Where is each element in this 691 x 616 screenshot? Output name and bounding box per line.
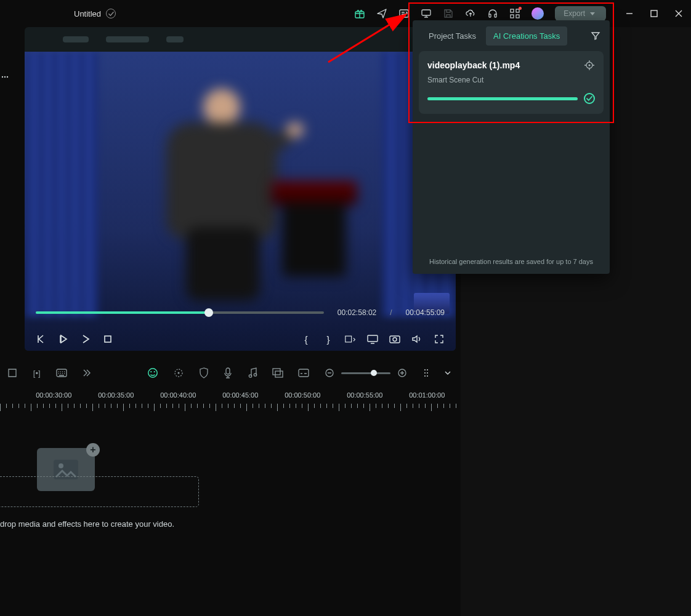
- tab-project-tasks[interactable]: Project Tasks: [421, 26, 483, 46]
- ruler-label: 00:00:45:00: [222, 391, 258, 399]
- svg-rect-7: [511, 15, 514, 18]
- drop-target[interactable]: [0, 476, 199, 507]
- ai-face-icon[interactable]: [147, 367, 158, 378]
- keyboard-icon[interactable]: [56, 367, 67, 378]
- stop-button[interactable]: [102, 334, 113, 345]
- prev-frame-button[interactable]: [36, 334, 47, 345]
- brackets-icon[interactable]: [•]: [32, 367, 41, 378]
- svg-rect-19: [390, 336, 400, 343]
- minimize-button[interactable]: [617, 0, 642, 27]
- task-card[interactable]: videoplayback (1).mp4 Smart Scene Cut: [419, 51, 604, 114]
- gift-icon[interactable]: [354, 8, 365, 19]
- ruler-label: 00:00:55:00: [347, 391, 382, 399]
- svg-point-38: [427, 372, 428, 374]
- monitor-icon[interactable]: [421, 8, 432, 19]
- svg-rect-17: [346, 336, 352, 342]
- chevrons-right-icon[interactable]: [82, 367, 92, 378]
- task-filename: videoplayback (1).mp4: [427, 60, 584, 70]
- task-complete-check-icon: [584, 93, 595, 104]
- svg-point-13: [2, 76, 3, 78]
- next-frame-button[interactable]: [80, 334, 91, 345]
- svg-rect-5: [511, 9, 514, 12]
- fullscreen-icon[interactable]: [434, 334, 445, 345]
- svg-point-15: [7, 76, 8, 78]
- svg-point-14: [4, 76, 6, 78]
- svg-rect-32: [299, 369, 309, 377]
- cloud-upload-icon[interactable]: [465, 8, 476, 19]
- overlay-icon[interactable]: [272, 367, 283, 378]
- project-title: Untitled: [74, 9, 101, 18]
- expand-collapse-icon[interactable]: [7, 367, 17, 378]
- tab-ai-creations-tasks[interactable]: AI Creations Tasks: [486, 26, 567, 46]
- export-button[interactable]: Export: [555, 6, 606, 21]
- headphones-icon[interactable]: [487, 8, 498, 19]
- preview-tab[interactable]: [166, 36, 184, 42]
- svg-rect-2: [422, 10, 430, 15]
- timeline-ruler[interactable]: 00:00:30:00 00:00:35:00 00:00:40:00 00:0…: [0, 389, 461, 414]
- seek-track[interactable]: [36, 311, 324, 314]
- zoom-out-icon[interactable]: [324, 367, 335, 378]
- svg-point-37: [424, 372, 426, 374]
- preview-tab-bar: [25, 27, 456, 52]
- task-progress-bar: [427, 97, 578, 100]
- ruler-label: 00:00:40:00: [160, 391, 196, 399]
- volume-icon[interactable]: [411, 334, 422, 345]
- svg-rect-30: [273, 369, 280, 375]
- target-icon[interactable]: [173, 367, 184, 378]
- maximize-button[interactable]: [642, 0, 666, 27]
- seek-knob[interactable]: [204, 308, 213, 317]
- mark-in-icon[interactable]: {: [301, 334, 312, 345]
- user-avatar[interactable]: [531, 7, 544, 20]
- fit-dropdown-icon[interactable]: [345, 334, 356, 345]
- music-note-icon[interactable]: [248, 367, 257, 378]
- locate-icon[interactable]: [584, 60, 595, 71]
- svg-rect-18: [368, 335, 378, 342]
- popup-footer: Historical generation results are saved …: [413, 252, 610, 274]
- video-preview[interactable]: 00:02:58:02 / 00:04:55:09 { }: [25, 52, 456, 351]
- task-subtitle: Smart Scene Cut: [427, 76, 595, 84]
- export-label: Export: [564, 9, 585, 18]
- tasks-popup: Project Tasks AI Creations Tasks videopl…: [413, 20, 610, 274]
- tasks-panel-icon[interactable]: [398, 8, 410, 19]
- save-icon[interactable]: [443, 8, 454, 19]
- apps-grid-icon[interactable]: [509, 8, 520, 19]
- preview-tab[interactable]: [63, 36, 89, 42]
- svg-rect-16: [105, 336, 111, 342]
- svg-point-39: [424, 375, 426, 377]
- ruler-label: 00:01:00:00: [409, 391, 445, 399]
- play-button[interactable]: [58, 334, 69, 345]
- svg-point-40: [427, 375, 428, 377]
- screenshot-icon[interactable]: [389, 334, 400, 345]
- ruler-label: 00:00:35:00: [98, 391, 134, 399]
- time-separator: /: [390, 308, 392, 317]
- display-icon[interactable]: [367, 334, 378, 345]
- sidebar-toggle-icon[interactable]: [0, 69, 10, 85]
- svg-rect-6: [516, 9, 519, 12]
- svg-point-42: [59, 463, 63, 468]
- svg-point-36: [427, 369, 428, 370]
- svg-rect-4: [495, 14, 496, 17]
- ruler-label: 00:00:50:00: [285, 391, 320, 399]
- tracks-layout-icon[interactable]: [422, 367, 434, 378]
- zoom-in-icon[interactable]: [397, 367, 408, 378]
- add-media-plus-icon[interactable]: +: [86, 443, 100, 457]
- caption-icon[interactable]: [298, 367, 309, 378]
- chevron-down-icon[interactable]: [442, 367, 453, 378]
- send-icon[interactable]: [376, 8, 387, 19]
- mark-out-icon[interactable]: }: [323, 334, 334, 345]
- ruler-label: 00:00:30:00: [36, 391, 71, 399]
- svg-point-20: [393, 338, 397, 342]
- shield-icon[interactable]: [199, 367, 209, 378]
- chevron-down-icon: [590, 12, 595, 15]
- time-current: 00:02:58:02: [337, 308, 376, 317]
- zoom-slider[interactable]: [341, 372, 390, 374]
- svg-rect-3: [489, 14, 491, 17]
- microphone-icon[interactable]: [224, 367, 233, 378]
- svg-point-35: [424, 369, 426, 370]
- svg-rect-9: [651, 10, 657, 17]
- preview-tab[interactable]: [106, 36, 149, 42]
- filter-icon[interactable]: [590, 30, 601, 41]
- drop-hint: drop media and effects here to create yo…: [0, 519, 174, 529]
- svg-point-26: [177, 372, 179, 374]
- close-button[interactable]: [666, 0, 691, 27]
